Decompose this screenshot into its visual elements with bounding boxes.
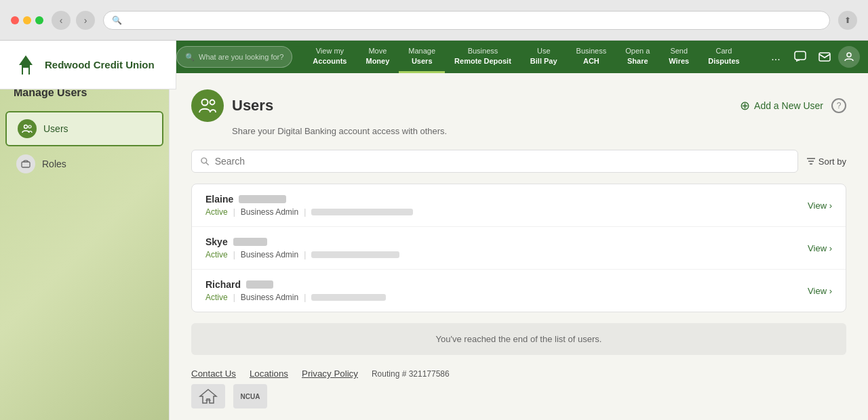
nav-item-billpay[interactable]: Use Bill Pay [521, 41, 567, 73]
roles-icon [16, 154, 35, 173]
plus-circle-icon: ⊕ [740, 98, 750, 113]
forward-button[interactable]: › [76, 11, 95, 30]
svg-point-4 [28, 125, 31, 128]
user-list: Elaine Active | Business Admin | View › [191, 184, 846, 312]
svg-rect-1 [819, 53, 830, 61]
nav-item-share[interactable]: Open a Share [616, 41, 659, 73]
search-row: Sort by [191, 150, 846, 173]
user-role-elaine: Business Admin [241, 207, 298, 217]
sidebar-item-users[interactable]: Users [5, 111, 163, 146]
sort-button[interactable]: Sort by [806, 156, 846, 167]
user-name-row-elaine: Elaine [205, 194, 808, 205]
browser-chrome: ‹ › 🔍 ⬆ [0, 0, 868, 41]
nav-item-wires[interactable]: Send Wires [659, 41, 698, 73]
nav-item-money[interactable]: Move Money [356, 41, 399, 73]
privacy-policy-link[interactable]: Privacy Policy [302, 369, 358, 379]
user-email-blur-skye [311, 251, 399, 258]
svg-point-2 [847, 53, 851, 57]
add-user-label: Add a New User [754, 100, 823, 111]
nav-item-billpay-top: Use [537, 46, 551, 56]
sidebar-item-roles[interactable]: Roles [5, 148, 163, 180]
add-user-button[interactable]: ⊕ Add a New User [740, 98, 823, 113]
sidebar-users-label: Users [43, 123, 68, 134]
contact-us-link[interactable]: Contact Us [191, 369, 236, 379]
nav-item-wires-bottom: Wires [669, 56, 689, 66]
close-button[interactable] [11, 16, 19, 24]
separator: | [233, 250, 235, 259]
content-area: Users ⊕ Add a New User ? Share your Digi… [170, 73, 868, 420]
svg-point-7 [210, 100, 215, 105]
avatar-button[interactable] [838, 46, 860, 68]
back-button[interactable]: ‹ [52, 11, 71, 30]
svg-point-6 [202, 100, 208, 106]
traffic-lights [11, 16, 43, 24]
chat-button[interactable] [789, 46, 811, 68]
sidebar-roles-label: Roles [42, 159, 66, 169]
footer-links-row: Contact Us Locations Privacy Policy Rout… [191, 369, 846, 379]
mail-icon [818, 52, 831, 62]
user-lastname-blur-richard [246, 280, 273, 289]
user-email-blur-richard [311, 294, 386, 301]
separator: | [233, 293, 235, 302]
nav-item-money-top: Move [368, 46, 387, 56]
locations-link[interactable]: Locations [250, 369, 288, 379]
search-input[interactable] [215, 156, 789, 167]
nav-item-accounts[interactable]: View my Accounts [303, 41, 356, 73]
top-header: Redwood Credit Union [0, 41, 176, 89]
logo-area: Redwood Credit Union [14, 53, 163, 77]
users-title: Users [232, 97, 740, 114]
view-button-elaine[interactable]: View › [808, 201, 832, 211]
address-bar[interactable]: 🔍 [103, 11, 830, 30]
nav-search-bar[interactable]: 🔍 What are you looking for? [176, 46, 292, 68]
chat-icon [794, 51, 806, 63]
end-of-list: You've reached the end of the list of us… [191, 323, 846, 355]
roles-svg-icon [21, 159, 31, 169]
nav-item-users-bottom: Users [412, 56, 433, 66]
nav-item-users[interactable]: Manage Users [399, 41, 445, 73]
mail-button[interactable] [814, 46, 835, 68]
chrome-actions: ⬆ [838, 11, 857, 30]
nav-search-placeholder: What are you looking for? [199, 53, 283, 61]
svg-rect-5 [22, 162, 30, 167]
users-icon [18, 119, 37, 138]
main-layout: Manage Users Users [0, 73, 868, 420]
sort-icon [806, 157, 816, 165]
user-email-blur-elaine [311, 209, 413, 215]
minimize-button[interactable] [23, 16, 31, 24]
footer: Contact Us Locations Privacy Policy Rout… [191, 355, 846, 414]
help-icon[interactable]: ? [831, 98, 846, 113]
nav-item-ach[interactable]: Business ACH [567, 41, 616, 73]
nav-item-remote-deposit[interactable]: Business Remote Deposit [445, 41, 521, 73]
nav-search-icon: 🔍 [185, 53, 195, 62]
search-input-icon [200, 156, 210, 166]
user-name-row-richard: Richard [205, 279, 808, 290]
user-info-elaine: Elaine Active | Business Admin | [205, 194, 808, 217]
separator: | [233, 207, 235, 217]
nav-item-wires-top: Send [670, 46, 688, 56]
users-svg-icon [22, 123, 33, 134]
view-button-skye[interactable]: View › [808, 243, 832, 253]
ncua-text: NCUA [241, 393, 260, 400]
ncua-logo: NCUA [233, 384, 267, 408]
user-name-row-skye: Skye [205, 236, 808, 247]
routing-number: Routing # 321177586 [372, 369, 450, 379]
user-name-elaine: Elaine [205, 194, 233, 205]
nav-item-disputes-top: Card [716, 46, 732, 56]
svg-point-3 [24, 125, 28, 129]
nav-item-share-top: Open a [625, 46, 650, 56]
address-bar-search-icon: 🔍 [112, 16, 122, 25]
view-button-richard[interactable]: View › [808, 286, 832, 296]
nav-item-share-bottom: Share [627, 56, 648, 66]
table-row: Skye Active | Business Admin | View › [192, 227, 846, 270]
user-lastname-blur-skye [233, 238, 267, 246]
fullscreen-button[interactable] [35, 16, 43, 24]
search-input-wrap [191, 150, 798, 173]
user-name-richard: Richard [205, 279, 241, 290]
user-details-richard: Active | Business Admin | [205, 293, 808, 302]
nav-item-disputes[interactable]: Card Disputes [698, 41, 749, 73]
more-button[interactable]: ... [765, 46, 787, 68]
users-subtitle: Share your Digital Banking account acces… [232, 126, 846, 136]
user-status-skye: Active [205, 250, 228, 259]
footer-logos: NCUA [191, 384, 846, 408]
chrome-share-button[interactable]: ⬆ [838, 11, 857, 30]
